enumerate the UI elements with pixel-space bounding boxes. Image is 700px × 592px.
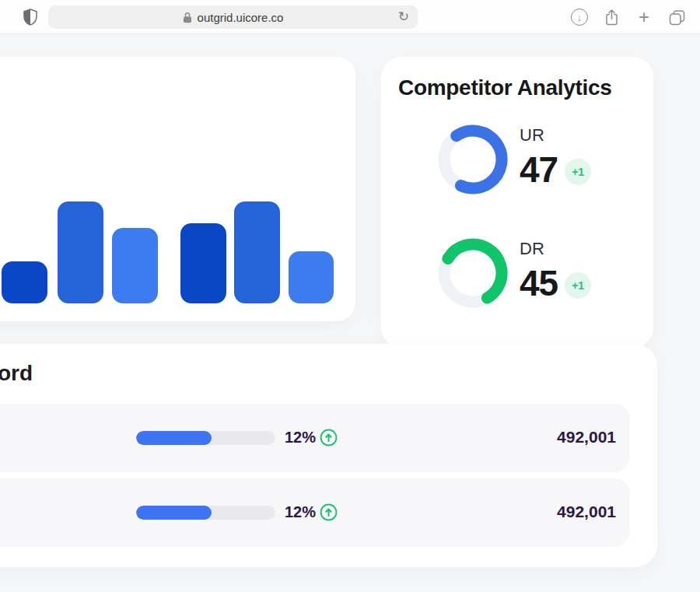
progress-bar — [136, 506, 275, 520]
tabs-icon — [667, 9, 687, 26]
share-icon — [604, 8, 620, 27]
metric-value: 47 — [520, 152, 558, 187]
keyword-table-card: ord 12% 492,001 12% — [0, 344, 657, 567]
progress-bar — [136, 431, 275, 445]
trend-up-icon — [320, 429, 338, 447]
bar-chart-bar — [58, 201, 103, 303]
table-heading: ord — [0, 361, 33, 386]
downloads-button[interactable]: ↓ — [569, 0, 590, 34]
ur-donut-chart — [438, 124, 508, 194]
dr-donut-chart — [438, 238, 508, 308]
metric-dr: DR 45 +1 — [438, 238, 648, 325]
metric-label: DR — [520, 239, 591, 259]
bar-chart-bar — [112, 228, 158, 303]
progress-fill — [136, 506, 212, 520]
page-content: Competitor Analytics UR 47 +1 DR — [0, 34, 700, 592]
table-row[interactable]: 12% 492,001 — [0, 478, 630, 547]
bar-chart-bar — [2, 261, 47, 303]
share-button[interactable] — [600, 0, 622, 34]
progress-fill — [136, 431, 212, 445]
plus-icon: + — [639, 6, 649, 28]
traffic-bar-chart-card — [0, 57, 355, 321]
change-percent: 12% — [285, 503, 316, 521]
new-tab-button[interactable]: + — [632, 0, 656, 34]
bar-chart-bar — [234, 201, 280, 303]
card-title: Competitor Analytics — [398, 75, 612, 100]
row-value: 492,001 — [557, 503, 616, 521]
metric-label: UR — [520, 125, 591, 145]
reload-icon[interactable]: ↻ — [398, 9, 409, 26]
delta-badge: +1 — [565, 159, 591, 185]
download-icon: ↓ — [571, 9, 588, 26]
lock-icon — [183, 12, 192, 23]
metric-value: 45 — [520, 265, 558, 301]
privacy-shield-icon[interactable] — [23, 9, 38, 26]
metric-ur: UR 47 +1 — [438, 124, 648, 212]
delta-badge: +1 — [565, 272, 591, 299]
row-value: 492,001 — [557, 428, 616, 447]
competitor-analytics-card: Competitor Analytics UR 47 +1 DR — [381, 57, 653, 348]
change-percent: 12% — [285, 429, 316, 447]
address-bar[interactable]: outgrid.uicore.co ↻ — [48, 5, 418, 29]
bar-chart-bar — [180, 223, 226, 303]
bar-chart-bar — [289, 251, 334, 303]
trend-up-icon — [320, 503, 338, 521]
browser-toolbar: outgrid.uicore.co ↻ ↓ + — [0, 0, 700, 34]
tab-overview-button[interactable] — [663, 0, 690, 34]
url-text: outgrid.uicore.co — [198, 11, 284, 24]
table-row[interactable]: 12% 492,001 — [0, 404, 630, 472]
